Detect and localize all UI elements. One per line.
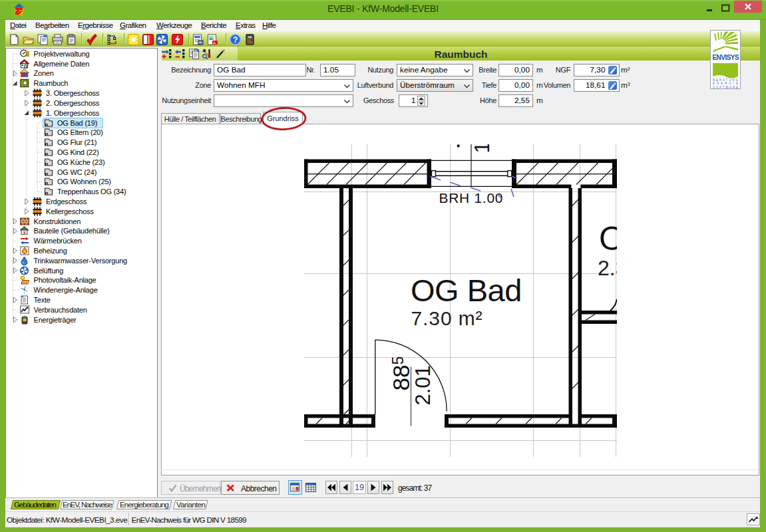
svg-text:1: 1: [470, 142, 494, 154]
svg-text:OG Bad: OG Bad: [411, 273, 522, 308]
svg-text:Gebäudedaten: Gebäudedaten: [14, 501, 57, 509]
svg-text:EnEV, Nachweise: EnEV, Nachweise: [63, 501, 112, 509]
svg-text:OG Flur: OG Flur: [599, 220, 709, 257]
svg-text:?: ?: [233, 35, 238, 45]
svg-text:Energieberatung: Energieberatung: [120, 501, 169, 509]
svg-text:ENVISYS: ENVISYS: [713, 54, 739, 61]
svg-text:2.01: 2.01: [411, 365, 435, 405]
svg-text:885: 885: [388, 356, 414, 391]
svg-text:BRH 1.00: BRH 1.00: [439, 190, 504, 205]
svg-text:Varianten: Varianten: [176, 501, 206, 509]
svg-text:7.30 m²: 7.30 m²: [411, 307, 483, 329]
svg-text:A: A: [213, 41, 216, 45]
svg-text:2.30 m²: 2.30 m²: [598, 256, 670, 280]
svg-text:SOFTWARE: SOFTWARE: [713, 86, 738, 89]
